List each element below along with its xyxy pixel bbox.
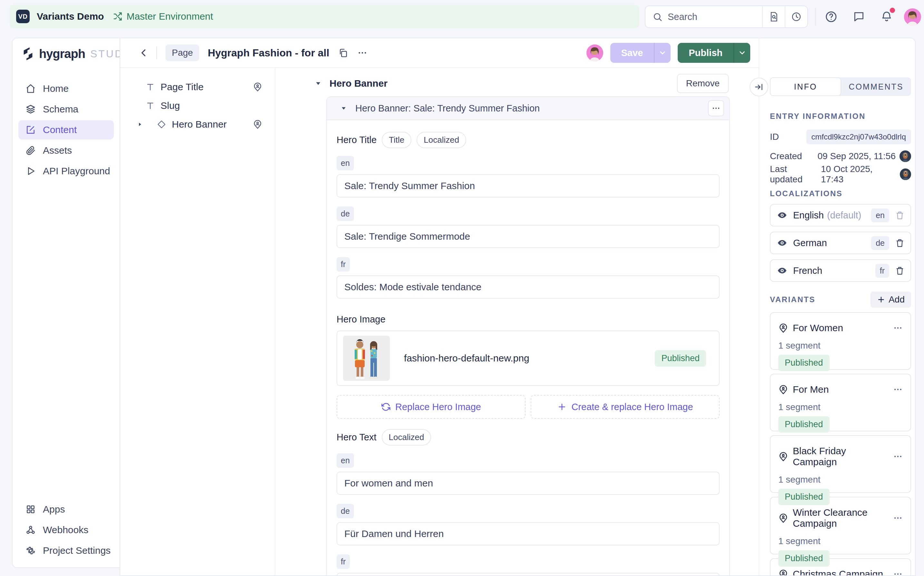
variant-status-badge: Published <box>778 550 829 566</box>
component-card-header[interactable]: Hero Banner: Sale: Trendy Summer Fashion <box>327 97 729 120</box>
hero-title-input-fr[interactable] <box>337 275 720 299</box>
collapse-triangle-icon[interactable] <box>314 80 322 87</box>
hero-text-input-fr[interactable] <box>337 573 720 576</box>
trash-icon[interactable] <box>895 266 905 275</box>
component-diamond-icon <box>157 120 166 129</box>
back-button[interactable] <box>138 47 149 58</box>
collaborator-avatar[interactable] <box>586 45 603 61</box>
sidebar-item-schema[interactable]: Schema <box>18 99 114 119</box>
hero-image-asset-card[interactable]: fashion-hero-default-new.png Published <box>337 331 720 386</box>
sidebar-item-content[interactable]: Content <box>18 120 114 139</box>
variant-menu-icon[interactable] <box>893 569 903 575</box>
hero-title-input-de[interactable] <box>337 225 720 248</box>
eye-icon[interactable] <box>777 238 787 248</box>
sidebar-item-apps[interactable]: Apps <box>18 500 114 519</box>
trash-icon[interactable] <box>895 238 905 248</box>
tree-item-slug[interactable]: Slug <box>120 96 275 115</box>
variant-pin-icon <box>778 513 788 523</box>
tree-item-label: Slug <box>160 100 180 111</box>
sidebar-item-api-playground[interactable]: API Playground <box>18 162 114 181</box>
sidebar-item-project-settings[interactable]: Project Settings <box>18 541 114 560</box>
replace-hero-image-button[interactable]: Replace Hero Image <box>337 395 526 419</box>
hygraph-studio-app: VD Variants Demo Master Environment <box>0 0 924 576</box>
remove-button[interactable]: Remove <box>677 74 728 93</box>
created-label: Created <box>770 151 802 162</box>
branch-icon <box>113 11 122 21</box>
collapse-triangle-icon[interactable] <box>340 105 347 112</box>
notifications-button[interactable] <box>879 9 894 24</box>
asset-status-badge: Published <box>655 350 706 366</box>
variant-card-black-friday[interactable]: Black Friday Campaign 1 segment Publishe… <box>770 435 911 493</box>
info-panel-body: ENTRY INFORMATION ID cmfcdl9kzc2nj07w43o… <box>770 103 911 575</box>
create-replace-hero-image-button[interactable]: Create & replace Hero Image <box>531 395 720 419</box>
entry-id-row: ID cmfcdl9kzc2nj07w43o0dlrlq <box>770 128 911 145</box>
save-dropdown-button[interactable] <box>654 43 671 63</box>
variant-card-for-men[interactable]: For Men 1 segment Published <box>770 374 911 431</box>
updated-label: Last updated <box>770 164 821 185</box>
variant-menu-icon[interactable] <box>893 385 903 394</box>
variant-pin-icon <box>778 385 788 395</box>
recent-history-button[interactable] <box>785 6 807 27</box>
tree-item-hero-banner[interactable]: Hero Banner <box>120 115 275 134</box>
tab-comments[interactable]: COMMENTS <box>841 77 911 96</box>
hero-image-actions: Replace Hero Image Create & replace Hero… <box>337 395 720 419</box>
hero-text-input-en[interactable] <box>337 472 720 495</box>
localization-row-french[interactable]: French fr <box>770 259 911 282</box>
hero-banner-section-header: Hero Banner Remove <box>314 74 728 93</box>
eye-icon[interactable] <box>777 266 787 276</box>
play-icon <box>26 166 36 176</box>
variant-pin-icon <box>778 323 788 333</box>
collapse-panel-button[interactable] <box>749 78 768 96</box>
variant-menu-icon[interactable] <box>893 452 903 461</box>
sidebar-item-home[interactable]: Home <box>18 79 114 98</box>
variant-menu-icon[interactable] <box>893 513 903 523</box>
entry-id-value[interactable]: cmfcdl9kzc2nj07w43o0dlrlq <box>806 130 911 144</box>
localized-badge: Localized <box>382 429 432 446</box>
save-button[interactable]: Save <box>610 43 654 63</box>
more-options-icon[interactable] <box>357 48 367 58</box>
sidebar-item-assets[interactable]: Assets <box>18 141 114 160</box>
tree-item-page-title[interactable]: Page Title <box>120 78 275 96</box>
variant-card-for-women[interactable]: For Women 1 segment Published <box>770 312 911 370</box>
updated-by-avatar <box>900 168 911 180</box>
environment-switcher[interactable]: Master Environment <box>113 11 213 22</box>
localized-pin-icon <box>253 120 262 129</box>
feedback-button[interactable] <box>851 9 866 24</box>
sidebar-item-webhooks[interactable]: Webhooks <box>18 520 114 539</box>
copy-icon[interactable] <box>338 48 348 58</box>
tab-info[interactable]: INFO <box>770 77 841 96</box>
user-avatar[interactable] <box>904 8 921 26</box>
search-in-document-button[interactable] <box>762 6 785 27</box>
search-bar <box>645 5 808 28</box>
project-badge[interactable]: VD <box>16 10 30 23</box>
eye-icon[interactable] <box>777 210 787 220</box>
variant-name: Black Friday Campaign <box>793 446 889 467</box>
variant-segments: 1 segment <box>778 402 903 412</box>
search-input[interactable] <box>668 11 739 22</box>
environment-banner: VD Variants Demo Master Environment <box>10 5 639 28</box>
trash-icon[interactable] <box>895 210 905 220</box>
publish-dropdown-button[interactable] <box>733 43 750 63</box>
help-button[interactable] <box>823 9 839 24</box>
localization-row-english[interactable]: English (default) en <box>770 204 911 226</box>
project-name[interactable]: Variants Demo <box>37 11 104 22</box>
variant-status-badge: Published <box>778 355 829 371</box>
model-type-badge: Page <box>165 45 199 61</box>
sidebar-bottom-nav: Apps Webhooks Project Settings <box>18 500 114 562</box>
variant-card-winter-clearance[interactable]: Winter Clearance Campaign 1 segment Publ… <box>770 497 911 554</box>
caret-right-icon[interactable] <box>137 122 143 127</box>
component-menu-button[interactable] <box>708 100 724 116</box>
hero-banner-component-card: Hero Banner: Sale: Trendy Summer Fashion… <box>326 96 730 576</box>
hero-text-field-header: Hero Text Localized <box>337 429 720 446</box>
hero-title-input-en[interactable] <box>337 174 720 197</box>
localizations-heading: LOCALIZATIONS <box>770 189 911 198</box>
add-variant-button[interactable]: Add <box>871 291 911 308</box>
tree-item-label: Page Title <box>160 82 204 93</box>
localization-row-german[interactable]: German de <box>770 232 911 254</box>
id-label: ID <box>770 132 779 142</box>
locale-badge-en: en <box>337 156 354 170</box>
hero-text-input-de[interactable] <box>337 522 720 546</box>
variant-menu-icon[interactable] <box>893 323 903 333</box>
variant-pin-icon <box>778 569 788 576</box>
publish-button[interactable]: Publish <box>678 43 733 63</box>
